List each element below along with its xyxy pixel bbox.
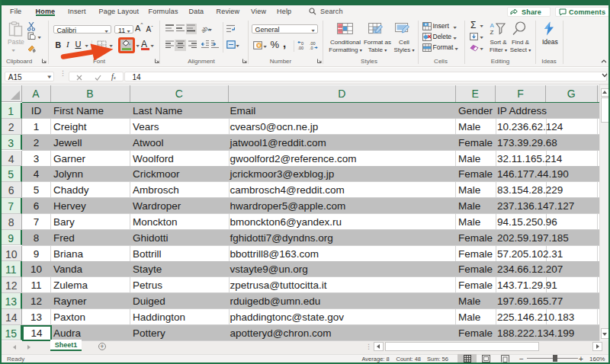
svg-text:.0: .0 [310, 46, 313, 50]
svg-text:Z: Z [490, 29, 494, 36]
svg-text:.00: .00 [297, 46, 303, 50]
svg-text:¥: ¥ [257, 43, 260, 48]
